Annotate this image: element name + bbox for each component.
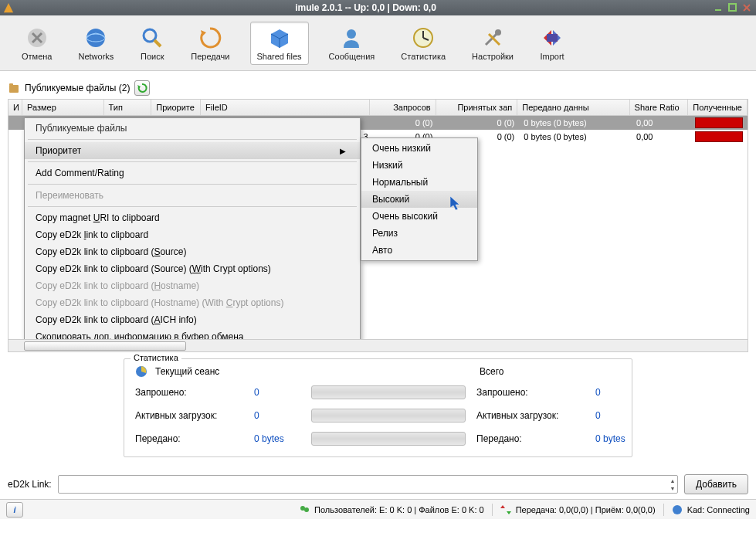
files-icon	[8, 82, 20, 94]
col-type[interactable]: Тип	[104, 100, 152, 115]
toolbar-networks[interactable]: Networks	[72, 22, 120, 64]
close-button[interactable]	[741, 2, 753, 13]
window-titlebar: imule 2.0.1 -- Up: 0,0 | Down: 0,0	[0, 0, 756, 15]
status-users: Пользователей: E: 0 K: 0 | Файлов E: 0 K…	[314, 505, 484, 514]
status-bar: i Пользователей: E: 0 K: 0 | Файлов E: 0…	[0, 499, 756, 519]
ctx-copy-ed2k-hostname: Copy eD2k link to clipboard (Hostname)	[25, 277, 360, 294]
svg-marker-0	[4, 3, 13, 12]
ctx-priority[interactable]: Приоритет▶	[25, 142, 360, 159]
svg-point-10	[144, 29, 156, 42]
svg-marker-29	[500, 505, 505, 508]
svg-rect-23	[9, 83, 13, 86]
priority-normal[interactable]: Нормальный	[361, 174, 477, 191]
stat-active-label-total: Активных загрузок:	[476, 410, 585, 421]
status-transfer: Передача: 0,0(0,0) | Приём: 0,0(0,0)	[516, 505, 656, 514]
stats-session-label: Текущий сеанс	[155, 366, 472, 377]
col-size[interactable]: Размер	[22, 100, 104, 115]
ctx-add-comment[interactable]: Add Comment/Rating	[25, 165, 360, 182]
transfer-icon	[500, 504, 511, 515]
ctx-copy-ed2k-aich[interactable]: Copy eD2k link to clipboard (AICH info)	[25, 311, 360, 328]
stat-active-label: Активных загрузок:	[135, 410, 243, 421]
col-accepted[interactable]: Принятых зап	[436, 100, 518, 115]
table-header: И Размер Тип Приорите FileID Запросов Пр…	[8, 99, 748, 116]
stat-bar	[311, 432, 466, 446]
stat-transferred-label-total: Передано:	[476, 433, 585, 444]
maximize-button[interactable]	[727, 2, 739, 13]
col-transferred[interactable]: Передано данны	[517, 100, 629, 115]
info-button[interactable]: i	[6, 502, 23, 518]
stat-requested-total: 0	[595, 387, 642, 398]
priority-very-high[interactable]: Очень высокий	[361, 208, 477, 225]
svg-point-28	[304, 507, 309, 512]
spinner-up[interactable]: ▲	[667, 477, 678, 484]
horizontal-scrollbar[interactable]	[8, 340, 748, 352]
minimize-button[interactable]	[713, 2, 725, 13]
svg-marker-30	[507, 511, 511, 514]
svg-point-8	[86, 29, 105, 47]
svg-point-31	[673, 505, 682, 514]
globe-icon	[83, 25, 108, 50]
priority-release[interactable]: Релиз	[361, 225, 477, 242]
kad-icon	[672, 504, 683, 515]
ctx-copy-extra[interactable]: Скопировать доп. информацию в буфер обме…	[25, 328, 360, 340]
toolbar-transfers[interactable]: Передачи	[185, 22, 236, 64]
toolbar-statistics[interactable]: Статистика	[395, 22, 452, 64]
col-ratio[interactable]: Share Ratio	[630, 100, 689, 115]
svg-line-11	[154, 40, 161, 46]
search-icon	[140, 25, 164, 50]
ed2k-link-input[interactable]	[58, 475, 678, 494]
ctx-rename: Переименовать	[25, 187, 360, 204]
stat-bar	[311, 385, 466, 399]
col-obtained[interactable]: Полученные	[688, 100, 748, 115]
stats-title: Статистика	[131, 353, 181, 362]
toolbar-settings[interactable]: Настройки	[466, 22, 520, 64]
svg-point-19	[495, 29, 501, 36]
toolbar-import[interactable]: Import	[534, 22, 571, 64]
svg-marker-21	[547, 30, 561, 46]
add-link-button[interactable]: Добавить	[684, 474, 748, 494]
shared-files-icon	[267, 25, 292, 50]
col-fileid[interactable]: FileID	[201, 100, 370, 115]
svg-rect-22	[9, 85, 19, 93]
ctx-copy-ed2k-link[interactable]: Copy eD2k link to clipboard	[25, 226, 360, 243]
main-toolbar: Отмена Networks Поиск Передачи Shared fi…	[0, 15, 756, 71]
stats-graph-icon	[135, 365, 147, 378]
app-icon	[3, 2, 14, 13]
priority-low[interactable]: Низкий	[361, 157, 477, 174]
stat-bar	[311, 409, 466, 423]
col-requests[interactable]: Запросов	[370, 100, 436, 115]
toolbar-shared-files[interactable]: Shared files	[250, 22, 309, 65]
stats-icon	[411, 25, 436, 50]
stat-transferred-label: Передано:	[135, 433, 243, 444]
ctx-copy-magnet[interactable]: Copy magnet URI to clipboard	[25, 209, 360, 226]
priority-very-low[interactable]: Очень низкий	[361, 140, 477, 157]
toolbar-cancel[interactable]: Отмена	[15, 22, 58, 64]
scrollbar-thumb[interactable]	[24, 341, 186, 351]
toolbar-search[interactable]: Поиск	[134, 22, 171, 64]
stat-transferred-session: 0 bytes	[254, 433, 300, 444]
reload-button[interactable]	[134, 80, 150, 96]
user-icon	[339, 25, 364, 50]
cancel-icon	[25, 25, 49, 50]
col-priority[interactable]: Приорите	[151, 100, 201, 115]
stat-requested-label: Запрошено:	[135, 387, 243, 398]
ctx-copy-ed2k-source-crypt[interactable]: Copy eD2k link to clipboard (Source) (Wi…	[25, 260, 360, 277]
ed2k-link-bar: eD2k Link: ▲ ▼ Добавить	[0, 470, 756, 499]
stats-total-label: Всего	[480, 366, 503, 377]
section-title: Публикуемые файлы (2)	[25, 83, 130, 93]
chevron-right-icon: ▶	[340, 147, 346, 155]
stat-requested-session: 0	[254, 387, 300, 398]
stat-active-session: 0	[254, 410, 300, 421]
priority-auto[interactable]: Авто	[361, 242, 477, 259]
reload-icon	[137, 83, 147, 93]
priority-submenu: Очень низкий Низкий Нормальный Высокий О…	[361, 137, 478, 261]
ctx-copy-ed2k-source[interactable]: Copy eD2k link to clipboard (Source)	[25, 243, 360, 260]
context-menu: Публикуемые файлы Приоритет▶ Add Comment…	[24, 117, 361, 340]
transfers-icon	[198, 25, 222, 50]
toolbar-messages[interactable]: Сообщения	[323, 22, 381, 64]
spinner-down[interactable]: ▼	[667, 484, 678, 492]
priority-high[interactable]: Высокий	[361, 191, 477, 208]
tools-icon	[480, 25, 505, 50]
col-icon[interactable]: И	[8, 100, 22, 115]
ed2k-link-label: eD2k Link:	[8, 479, 52, 490]
